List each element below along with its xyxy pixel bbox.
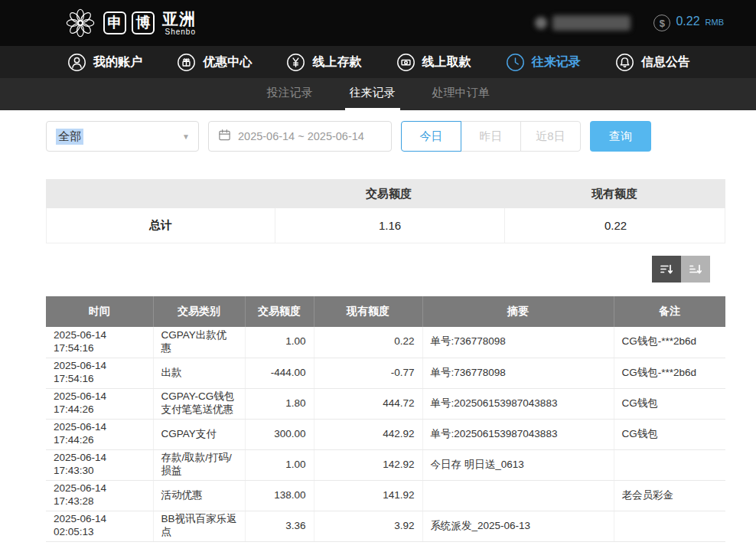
table-cell: 单号:202506153987043883 xyxy=(422,419,614,449)
nav-item-my-account[interactable]: 我的账户 xyxy=(67,53,142,72)
table-row: 2025-06-14 17:54:16CGPAY出款优惠1.000.22单号:7… xyxy=(46,327,725,358)
table-cell: BB视讯百家乐返点 xyxy=(153,511,245,541)
query-button[interactable]: 查询 xyxy=(590,121,651,152)
header-time: 时间 xyxy=(46,296,153,327)
table-row: 2025-06-14 02:05:13BB视讯百家乐返点3.363.92系统派发… xyxy=(46,511,725,541)
balance-amount: 0.22 xyxy=(676,15,699,28)
summary-header-balance: 现有额度 xyxy=(503,179,725,208)
table-cell: 442.92 xyxy=(314,419,422,449)
table-cell: CG钱包 xyxy=(614,388,725,419)
table-cell: 3.36 xyxy=(245,511,314,541)
sort-descending-icon xyxy=(659,262,674,277)
logo-char-bo: 博 xyxy=(132,11,155,34)
table-cell: -0.77 xyxy=(314,358,422,388)
table-cell: 0.22 xyxy=(314,327,422,358)
site-logo[interactable]: 申 博 亚洲 Shenbo xyxy=(63,5,196,41)
sort-ascending-icon xyxy=(688,262,703,277)
user-account-blurred[interactable] xyxy=(535,15,631,31)
header-transaction-type: 交易类别 xyxy=(153,296,245,327)
table-cell: 单号:202506153987043883 xyxy=(422,388,614,419)
category-select[interactable]: 全部 ▼ xyxy=(46,121,199,152)
yesterday-button[interactable]: 昨日 xyxy=(461,121,521,152)
last-8-days-button[interactable]: 近8日 xyxy=(520,121,581,152)
nav-label: 往来记录 xyxy=(532,54,581,70)
summary-balance-total: 0.22 xyxy=(504,208,726,243)
date-range-value: 2025-06-14 ~ 2025-06-14 xyxy=(238,130,364,142)
summary-transaction-total: 1.16 xyxy=(275,208,504,243)
date-range-input[interactable]: 2025-06-14 ~ 2025-06-14 xyxy=(208,121,392,152)
nav-label: 优惠中心 xyxy=(203,54,252,70)
table-cell: 活动优惠 xyxy=(153,480,245,511)
table-cell: 1.00 xyxy=(245,327,314,358)
sort-ascending-button[interactable] xyxy=(681,256,710,283)
sort-controls xyxy=(0,256,710,283)
table-cell: 2025-06-14 17:43:30 xyxy=(46,449,153,480)
summary-total-row: 总计 1.16 0.22 xyxy=(46,208,725,243)
balance-currency: RMB xyxy=(705,18,724,27)
bell-icon xyxy=(615,53,634,72)
table-cell: CG钱包 xyxy=(614,419,725,449)
nav-item-transaction-records[interactable]: 往来记录 xyxy=(506,53,581,72)
table-row: 2025-06-14 17:44:26CGPAY-CG钱包支付笔笔送优惠1.80… xyxy=(46,388,725,419)
table-cell: 出款 xyxy=(153,358,245,388)
calendar-icon xyxy=(218,129,231,144)
table-cell xyxy=(614,449,725,480)
nav-item-promotions[interactable]: 优惠中心 xyxy=(177,53,252,72)
header-transaction-amount: 交易额度 xyxy=(245,296,314,327)
table-cell: CG钱包-***2b6d xyxy=(614,327,725,358)
table-cell: 2025-06-14 17:44:26 xyxy=(46,388,153,419)
nav-label: 线上存款 xyxy=(312,54,361,70)
summary-table: 交易额度 现有额度 总计 1.16 0.22 xyxy=(46,179,725,243)
today-button[interactable]: 今日 xyxy=(401,121,461,152)
transactions-table: 时间 交易类别 交易额度 现有额度 摘要 备注 2025-06-14 17:54… xyxy=(46,296,725,542)
table-cell: CGPAY-CG钱包支付笔笔送优惠 xyxy=(153,388,245,419)
header-summary: 摘要 xyxy=(422,296,614,327)
summary-header-empty xyxy=(46,179,274,208)
table-cell: CG钱包-***2b6d xyxy=(614,358,725,388)
table-cell: 单号:736778098 xyxy=(422,327,614,358)
table-cell: 300.00 xyxy=(245,419,314,449)
records-clock-icon xyxy=(506,53,525,72)
logo-subtitle: Shenbo xyxy=(165,28,196,36)
table-cell: 单号:736778098 xyxy=(422,358,614,388)
logo-region-text: 亚洲 xyxy=(162,11,196,27)
table-cell xyxy=(614,511,725,541)
table-cell: 138.00 xyxy=(245,480,314,511)
table-cell: 2025-06-14 17:44:26 xyxy=(46,419,153,449)
table-cell: CGPAY出款优惠 xyxy=(153,327,245,358)
record-tabs: 投注记录 往来记录 处理中订单 xyxy=(0,78,756,110)
table-cell: 今日存 明日送_0613 xyxy=(422,449,614,480)
table-row: 2025-06-14 17:43:30存款/取款/打码/损益1.00142.92… xyxy=(46,449,725,480)
deposit-coin-icon xyxy=(286,53,305,72)
table-cell: 老会员彩金 xyxy=(614,480,725,511)
nav-item-withdrawal[interactable]: 线上取款 xyxy=(396,53,471,72)
table-header-row: 时间 交易类别 交易额度 现有额度 摘要 备注 xyxy=(46,296,725,327)
logo-char-shen: 申 xyxy=(103,11,126,34)
chevron-down-icon: ▼ xyxy=(182,132,190,141)
table-cell: 3.92 xyxy=(314,511,422,541)
table-cell: 142.92 xyxy=(314,449,422,480)
withdraw-banknote-icon xyxy=(396,53,415,72)
balance-display[interactable]: $ 0.22 RMB xyxy=(653,15,724,31)
nav-label: 信息公告 xyxy=(641,54,690,70)
quick-date-group: 今日 昨日 近8日 xyxy=(401,121,581,152)
username-redacted xyxy=(552,15,631,31)
table-cell: 2025-06-14 17:43:28 xyxy=(46,480,153,511)
table-cell: 系统派发_2025-06-13 xyxy=(422,511,614,541)
table-cell: 2025-06-14 17:54:16 xyxy=(46,358,153,388)
nav-item-deposit[interactable]: 线上存款 xyxy=(286,53,361,72)
summary-header-row: 交易额度 现有额度 xyxy=(46,179,725,208)
user-icon xyxy=(67,53,86,72)
table-cell: 存款/取款/打码/损益 xyxy=(153,449,245,480)
tab-transaction-records[interactable]: 往来记录 xyxy=(345,78,400,110)
tab-processing-orders[interactable]: 处理中订单 xyxy=(428,78,494,110)
sort-descending-button[interactable] xyxy=(652,256,681,283)
nav-item-announcements[interactable]: 信息公告 xyxy=(615,53,690,72)
tab-betting-records[interactable]: 投注记录 xyxy=(262,78,318,110)
table-cell: 444.72 xyxy=(314,388,422,419)
summary-total-label: 总计 xyxy=(47,208,275,243)
main-navigation: 我的账户 优惠中心 线上存款 线上取款 往来记录 信息公告 xyxy=(0,46,756,78)
table-cell: 2025-06-14 02:05:13 xyxy=(46,511,153,541)
table-row: 2025-06-14 17:43:28活动优惠138.00141.92老会员彩金 xyxy=(46,480,725,511)
header-remarks: 备注 xyxy=(614,296,725,327)
